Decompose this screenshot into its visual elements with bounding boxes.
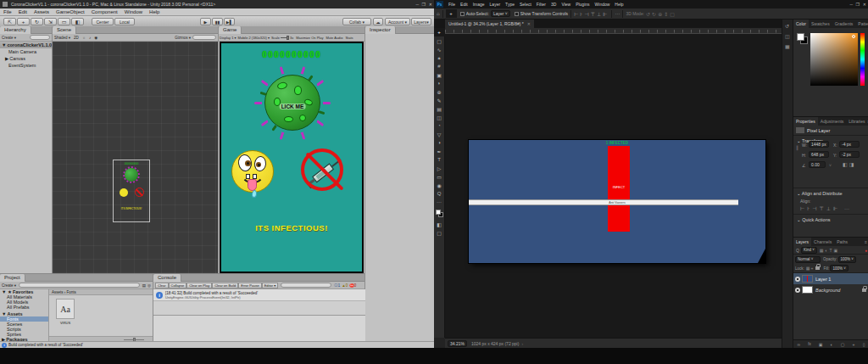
unity-menu-edit[interactable]: Edit bbox=[15, 9, 31, 14]
angle-field[interactable]: 0.00 bbox=[809, 161, 826, 168]
zoom-level-field[interactable]: 34.21% bbox=[448, 340, 467, 347]
eraser-tool-icon[interactable]: ◔ bbox=[434, 121, 445, 130]
filter-type-icons[interactable]: ▦◐T▣ bbox=[820, 248, 840, 253]
move-tool-icon[interactable]: + bbox=[17, 18, 30, 25]
hue-slider[interactable] bbox=[860, 33, 865, 86]
layer-mask-icon[interactable]: ▣ bbox=[819, 342, 823, 347]
scene-search-input[interactable] bbox=[192, 35, 216, 40]
scene-viewport[interactable]: 0000000000 ITS INFECTIOUS! bbox=[53, 42, 218, 273]
scene-lighting-icon[interactable]: ☼ bbox=[82, 36, 86, 40]
tab-hierarchy[interactable]: Hierarchy bbox=[0, 26, 31, 34]
adjustment-layer-icon[interactable]: ◐ bbox=[831, 342, 833, 347]
lock-option-icons[interactable]: ▦+ bbox=[806, 266, 815, 271]
ps-maximize-icon[interactable]: ❐ bbox=[856, 2, 860, 7]
ps-menu-select[interactable]: Select bbox=[517, 2, 534, 7]
console-error-pause-button[interactable]: Error Pause bbox=[238, 283, 261, 288]
move-tool-option-icon[interactable]: + bbox=[446, 9, 457, 18]
hierarchy-item-main-camera[interactable]: Main Camera bbox=[0, 48, 52, 55]
tab-scene[interactable]: Scene bbox=[53, 26, 76, 34]
toolbar-more-icon[interactable]: ··· bbox=[434, 198, 445, 206]
y-field[interactable]: -2 px bbox=[839, 151, 860, 158]
ps-minimize-icon[interactable]: ─ bbox=[849, 2, 853, 7]
fill-dropdown[interactable]: 100% ˅ bbox=[830, 265, 848, 272]
pen-tool-icon[interactable]: ✒ bbox=[434, 147, 445, 155]
background-name[interactable]: Background bbox=[815, 288, 840, 293]
color-picker-marker[interactable] bbox=[852, 35, 855, 38]
home-icon[interactable]: ⌂ bbox=[437, 11, 440, 16]
console-editor-dropdown[interactable]: Editor ▾ bbox=[262, 283, 279, 288]
hierarchy-item-canvas[interactable]: ▶ Canvas bbox=[0, 55, 52, 62]
scale-slider-handle[interactable] bbox=[287, 36, 289, 40]
blend-mode-dropdown[interactable]: Normal ˅ bbox=[795, 256, 821, 263]
brush-tool-icon[interactable]: ✎ bbox=[434, 96, 445, 104]
color-swatch-pair[interactable] bbox=[434, 208, 445, 220]
play-button[interactable]: ▶ bbox=[200, 18, 211, 25]
zoom-tool-icon[interactable]: Q bbox=[434, 189, 445, 198]
unity-menu-component[interactable]: Component bbox=[88, 9, 121, 14]
opacity-dropdown[interactable]: 100% ˅ bbox=[838, 256, 856, 263]
quick-mask-icon[interactable]: ◧ bbox=[434, 220, 445, 228]
tab-console[interactable]: Console bbox=[153, 274, 181, 282]
path-select-tool-icon[interactable]: ▷ bbox=[434, 164, 445, 172]
move-tool-icon[interactable]: + bbox=[434, 28, 445, 36]
document-canvas[interactable]: 1 INFECTED INFECT Anti Vaxxers bbox=[469, 140, 765, 263]
document-tab-close-icon[interactable]: ✕ bbox=[527, 21, 531, 26]
status-chevron-icon[interactable]: › bbox=[521, 341, 523, 346]
tab-properties[interactable]: Properties bbox=[793, 117, 818, 126]
hierarchy-create-button[interactable]: Create ▾ bbox=[0, 36, 16, 40]
shaded-dropdown[interactable]: Shaded ▾ bbox=[53, 36, 70, 40]
auto-select-checkbox[interactable] bbox=[460, 12, 465, 16]
tab-game[interactable]: Game bbox=[219, 26, 242, 34]
angle-dropdown-caret[interactable]: ˅ bbox=[829, 163, 832, 168]
canvas-progress-bar[interactable]: Anti Vaxxers bbox=[469, 199, 738, 205]
canvas-area[interactable]: 1 INFECTED INFECT Anti Vaxxers bbox=[445, 28, 782, 338]
wand-tool-icon[interactable]: ✶ bbox=[434, 53, 445, 62]
tab-paths[interactable]: Paths bbox=[834, 238, 850, 246]
background-visibility-icon[interactable] bbox=[795, 288, 800, 293]
warning-filter-toggle[interactable]: ▲0 bbox=[342, 283, 348, 288]
comments-panel-icon[interactable]: ◫ bbox=[785, 33, 790, 39]
ps-menu-layer[interactable]: Layer bbox=[487, 2, 504, 7]
align-icons-row[interactable]: ⊢⊦⊣⊤⊥⊩ ··· bbox=[800, 205, 868, 211]
tab-project[interactable]: Project bbox=[0, 274, 25, 282]
hierarchy-scene-row[interactable]: ▼ coronaClickerV1.1.0 bbox=[0, 42, 52, 48]
marquee-tool-icon[interactable]: ▢ bbox=[434, 36, 445, 45]
hierarchy-item-eventsystem[interactable]: EventSystem bbox=[0, 62, 52, 69]
virus-sprite[interactable]: LICK ME bbox=[253, 64, 331, 142]
console-search-input[interactable] bbox=[281, 283, 331, 288]
scene-audio-icon[interactable]: ♪ bbox=[89, 36, 91, 40]
unity-minimize-icon[interactable]: ─ bbox=[415, 2, 419, 7]
virus-label[interactable]: LICK ME bbox=[280, 104, 306, 109]
tab-layers[interactable]: Layers bbox=[793, 238, 811, 246]
ps-menu-filter[interactable]: Filter bbox=[534, 2, 548, 7]
error-filter-toggle[interactable]: ⛔0 bbox=[349, 283, 356, 288]
history-panel-icon[interactable]: ↺ bbox=[785, 23, 789, 29]
aspect-dropdown[interactable]: Mobile 2 (180x320) ▾ bbox=[238, 36, 270, 40]
shape-tool-icon[interactable]: ▭ bbox=[434, 172, 445, 181]
screen-mode-icon[interactable]: ▢ bbox=[434, 228, 445, 237]
console-clear-button[interactable]: Clear bbox=[155, 283, 169, 288]
unity-statusbar[interactable]: i Build completed with a result of 'Succ… bbox=[0, 341, 434, 348]
filter-toggle-icon[interactable]: ● bbox=[865, 248, 867, 253]
tab-lib[interactable]: Libraries bbox=[846, 117, 867, 126]
console-log-entry[interactable]: i [18:41:32] Build completed with a resu… bbox=[153, 289, 365, 301]
step-button[interactable]: ▶▌ bbox=[224, 18, 235, 25]
type-tool-icon[interactable]: T bbox=[434, 155, 445, 164]
layer1-visibility-icon[interactable] bbox=[795, 277, 800, 282]
scene-mini-emoji-sprite[interactable] bbox=[120, 188, 128, 197]
layer-row-layer1[interactable]: Layer 1 bbox=[793, 273, 868, 284]
delete-layer-icon[interactable]: ▯ bbox=[863, 342, 865, 347]
gizmos-dropdown[interactable]: Gizmos ▾ bbox=[175, 36, 191, 40]
ps-menu-3d[interactable]: 3D bbox=[548, 2, 559, 7]
unity-close-icon[interactable]: ✕ bbox=[429, 2, 432, 7]
ps-menu-help[interactable]: Help bbox=[612, 2, 626, 7]
info-filter-toggle[interactable]: ⓘ1 bbox=[334, 283, 340, 288]
scene-effects-icon[interactable]: ◉ bbox=[94, 36, 97, 40]
console-clear-on-build-button[interactable]: Clear on Build bbox=[212, 283, 238, 288]
game-viewport[interactable]: 0000000000 bbox=[221, 43, 362, 272]
scene-canvas-outline[interactable]: 0000000000 ITS INFECTIOUS! bbox=[113, 160, 150, 222]
crop-tool-icon[interactable]: # bbox=[434, 62, 445, 70]
rect-tool-icon[interactable]: ▭ bbox=[58, 18, 70, 25]
filter-kind-dropdown[interactable]: Kind ˅ bbox=[801, 247, 817, 254]
project-settings-icon[interactable]: ▤ bbox=[142, 283, 146, 288]
